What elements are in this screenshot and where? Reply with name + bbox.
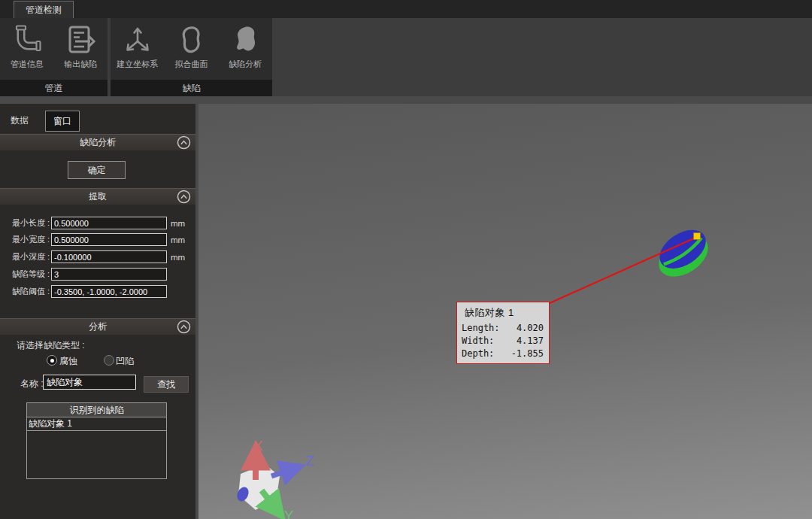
defect-analysis-button[interactable]: 缺陷分析	[219, 23, 271, 70]
find-button[interactable]: 查找	[144, 376, 189, 393]
ribbon-group-label-defect: 缺陷	[111, 80, 272, 96]
collapse-chevron-icon[interactable]	[177, 190, 191, 204]
y-axis-label: Y	[284, 508, 294, 519]
unit-label: mm	[171, 235, 185, 244]
radio-dent[interactable]	[104, 355, 114, 366]
radio-corrosion-label: 腐蚀	[59, 355, 77, 368]
field-row-min-width: 最小宽度 : mm	[0, 233, 195, 246]
pipe-elbow-icon	[11, 23, 44, 56]
collapse-chevron-icon[interactable]	[177, 320, 191, 334]
tooltip-row-depth: Depth: -1.855	[457, 348, 549, 360]
defect-type-prompt: 请选择缺陷类型 :	[17, 339, 85, 352]
ribbon-group-label-pipeline: 管道	[0, 80, 108, 96]
min-length-input[interactable]	[51, 217, 167, 229]
ribbon-group-defect: 建立坐标系 拟合曲面 缺陷分析 缺陷	[111, 18, 272, 96]
defect-threshold-input[interactable]	[51, 285, 167, 298]
radio-corrosion[interactable]	[47, 355, 57, 366]
defect-blob-icon	[229, 23, 262, 56]
defect-name-input[interactable]	[43, 375, 136, 390]
z-axis-arrow	[271, 469, 292, 476]
list-item-defect-object-1[interactable]: 缺陷对象 1	[27, 417, 166, 431]
tooltip-key: Depth:	[462, 348, 494, 360]
pipeline-info-button[interactable]: 管道信息	[1, 23, 53, 70]
unit-label: mm	[171, 253, 185, 262]
tooltip-key: Width:	[462, 335, 494, 348]
defect-level-label: 缺陷等级 :	[0, 269, 50, 280]
identified-defects-list: 识别到的缺陷 缺陷对象 1	[26, 402, 167, 479]
defect-type-radio-group: 腐蚀 凹陷	[0, 354, 195, 366]
collapse-chevron-icon[interactable]	[177, 135, 191, 150]
ribbon-button-label: 拟合曲面	[174, 59, 208, 70]
section-header-analysis[interactable]: 分析	[0, 318, 195, 335]
defect-threshold-label: 缺陷阈值 :	[0, 286, 50, 297]
sidebar-panel: 数据 窗口 缺陷分析 确定 提取 最小长度 :	[0, 104, 195, 519]
sidebar-tab-window[interactable]: 窗口	[45, 111, 80, 132]
ribbon-tab-pipeline-inspection[interactable]: 管道检测	[14, 1, 74, 19]
min-width-label: 最小宽度 :	[0, 234, 50, 245]
sidebar-tab-data[interactable]: 数据	[11, 114, 29, 127]
ribbon-button-label: 管道信息	[11, 59, 44, 70]
ribbon-button-label: 缺陷分析	[229, 59, 262, 70]
ribbon: 管道信息 输出缺陷 管道	[0, 18, 812, 96]
export-defects-button[interactable]: 输出缺陷	[54, 23, 107, 70]
create-coordinate-system-button[interactable]: 建立坐标系	[111, 23, 164, 70]
x-axis-label: X	[253, 438, 263, 454]
defect-info-tooltip: 缺陷对象 1 Length: 4.020 Width: 4.137 Depth:…	[456, 302, 550, 364]
ribbon-button-label: 建立坐标系	[117, 59, 158, 70]
tooltip-title: 缺陷对象 1	[457, 305, 549, 322]
main-area: 数据 窗口 缺陷分析 确定 提取 最小长度 :	[0, 96, 812, 519]
fit-surface-button[interactable]: 拟合曲面	[165, 23, 217, 70]
tooltip-row-length: Length: 4.020	[457, 322, 549, 335]
app-window: 管道检测 管道信息	[0, 0, 812, 519]
field-row-min-length: 最小长度 : mm	[0, 217, 195, 229]
ribbon-group-pipeline: 管道信息 输出缺陷 管道	[0, 18, 108, 96]
coordinate-axes-icon	[121, 23, 154, 56]
viewport-3d[interactable]: X Z Y 缺陷对象 1 Length: 4.020 Width: 4.137 …	[198, 104, 812, 519]
section-title: 提取	[89, 191, 107, 202]
title-bar: 管道检测	[0, 0, 812, 18]
fit-surface-blob-icon	[174, 23, 208, 56]
min-depth-label: 最小深度 :	[0, 251, 50, 263]
tooltip-value: 4.137	[517, 335, 544, 348]
tooltip-value: 4.020	[517, 322, 544, 335]
section-title: 分析	[89, 321, 107, 332]
field-row-defect-threshold: 缺陷阈值 :	[0, 285, 195, 298]
name-label: 名称 :	[20, 378, 44, 390]
field-row-min-depth: 最小深度 : mm	[0, 250, 195, 263]
min-length-label: 最小长度 :	[0, 217, 50, 229]
section-header-defect-analysis[interactable]: 缺陷分析	[0, 134, 195, 150]
tooltip-value: -1.855	[511, 348, 544, 360]
min-width-input[interactable]	[51, 233, 167, 246]
field-row-defect-level: 缺陷等级 :	[0, 268, 195, 281]
export-defects-icon	[64, 23, 97, 56]
min-depth-input[interactable]	[51, 250, 167, 263]
defect-level-input[interactable]	[51, 268, 167, 281]
confirm-button[interactable]: 确定	[68, 161, 126, 179]
section-header-extract[interactable]: 提取	[0, 188, 195, 205]
tooltip-row-width: Width: 4.137	[457, 335, 549, 348]
tooltip-key: Length:	[462, 322, 500, 335]
unit-label: mm	[171, 219, 185, 228]
defects-list-header: 识别到的缺陷	[27, 403, 166, 417]
orientation-cube[interactable]: X Z Y	[235, 438, 314, 519]
z-axis-label: Z	[305, 453, 314, 469]
defect-point-marker[interactable]	[694, 233, 701, 240]
section-title: 缺陷分析	[80, 137, 116, 147]
ribbon-button-label: 输出缺陷	[64, 59, 97, 70]
radio-dent-label: 凹陷	[116, 355, 134, 368]
